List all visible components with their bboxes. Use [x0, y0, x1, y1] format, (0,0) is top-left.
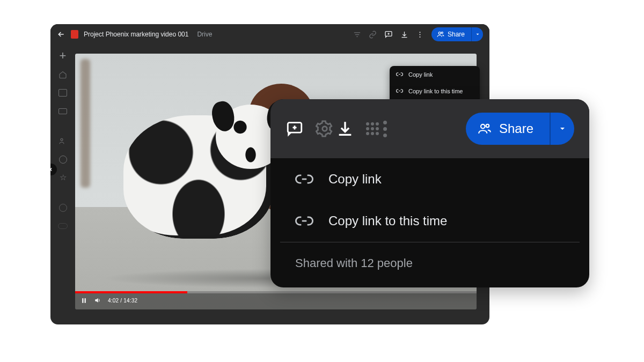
download-icon[interactable]: [400, 31, 408, 39]
link-icon: [396, 71, 403, 78]
progress-track[interactable]: [75, 291, 477, 293]
share-dropdown-caret[interactable]: [471, 27, 483, 41]
chevron-down-icon: [558, 124, 567, 133]
sidebar-storage-icon[interactable]: [57, 220, 68, 231]
add-comment-icon[interactable]: [286, 120, 304, 138]
sidebar-home-icon[interactable]: [57, 69, 68, 80]
link-icon: [295, 170, 313, 188]
file-title: Project Phoenix marketing video 001: [84, 31, 188, 38]
file-location: Drive: [197, 31, 212, 38]
more-icon[interactable]: [416, 31, 424, 39]
share-label: Share: [448, 31, 465, 38]
share-dropdown-caret-big[interactable]: [550, 113, 574, 145]
copy-link-label-big: Copy link: [328, 172, 382, 187]
timecode: 4:02 / 14:32: [108, 298, 137, 304]
share-button-big: Share: [466, 113, 574, 145]
download-icon[interactable]: [336, 120, 354, 138]
add-button[interactable]: +: [60, 50, 67, 62]
svg-point-11: [481, 124, 485, 129]
share-label-big: Share: [499, 121, 533, 136]
svg-point-4: [438, 32, 441, 34]
add-comment-icon[interactable]: [384, 30, 393, 39]
svg-point-12: [486, 124, 489, 128]
copy-link-item-big[interactable]: Copy link: [270, 158, 589, 200]
copy-link-time-label-big: Copy link to this time: [328, 213, 447, 228]
copy-link-label: Copy link: [408, 71, 433, 78]
sidebar-trash-icon[interactable]: [57, 202, 68, 213]
share-button-big-main[interactable]: Share: [466, 121, 550, 136]
video-file-icon: [71, 30, 78, 39]
link-icon: [295, 212, 313, 230]
shared-with-footer-big: Shared with 12 people: [270, 242, 589, 287]
copy-link-time-label: Copy link to this time: [408, 88, 463, 94]
sidebar-computers-icon[interactable]: [57, 106, 68, 116]
share-menu-list: Copy link Copy link to this time Shared …: [270, 158, 589, 287]
settings-icon[interactable]: [316, 120, 334, 138]
filter-icon[interactable]: [353, 31, 361, 39]
copy-link-time-item-big[interactable]: Copy link to this time: [270, 200, 589, 242]
apps-grid-icon[interactable]: [366, 121, 387, 137]
share-button: Share: [431, 27, 483, 41]
svg-rect-8: [85, 298, 86, 303]
people-icon: [478, 122, 492, 136]
sidebar-drive-icon[interactable]: [57, 87, 68, 98]
copy-link-item[interactable]: Copy link: [390, 66, 480, 83]
svg-point-10: [323, 127, 327, 131]
sidebar-starred-icon[interactable]: ☆: [57, 172, 68, 183]
svg-point-6: [61, 138, 63, 141]
topbar: Project Phoenix marketing video 001 Driv…: [50, 24, 489, 45]
topbar-actions: Share: [353, 27, 483, 41]
sidebar-shared-icon[interactable]: [57, 136, 68, 146]
sidebar: + ☆: [50, 45, 75, 324]
link-icon[interactable]: [369, 31, 377, 39]
svg-point-5: [441, 32, 443, 34]
share-button-main[interactable]: Share: [431, 31, 471, 38]
svg-point-1: [419, 32, 420, 33]
copy-link-time-item[interactable]: Copy link to this time: [390, 83, 480, 99]
back-button[interactable]: [57, 30, 65, 39]
sidebar-recent-icon[interactable]: [57, 154, 68, 165]
volume-icon[interactable]: [94, 297, 101, 304]
share-menu-zoom: Share Copy link Copy link to this time S…: [270, 99, 589, 287]
link-icon: [396, 87, 403, 94]
svg-point-3: [419, 36, 420, 37]
playback-bar: 4:02 / 14:32: [75, 291, 477, 309]
people-icon: [437, 31, 444, 38]
share-menu-header: Share: [270, 99, 589, 158]
progress-fill: [75, 291, 187, 293]
svg-point-2: [419, 34, 420, 35]
pause-icon[interactable]: [80, 297, 87, 304]
svg-rect-7: [82, 298, 83, 303]
